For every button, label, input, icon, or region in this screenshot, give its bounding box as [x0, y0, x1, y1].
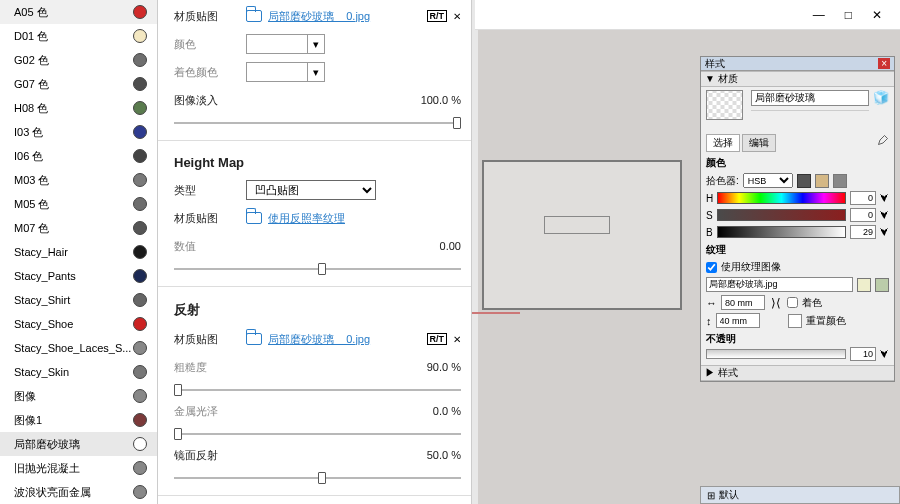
material-swatch [133, 29, 147, 43]
height-map-header: Height Map [174, 155, 461, 170]
folder-icon[interactable] [246, 333, 262, 345]
folder-icon[interactable] [246, 212, 262, 224]
tint-label: 着色颜色 [174, 65, 246, 80]
material-swatch [133, 149, 147, 163]
hue-slider[interactable] [717, 192, 846, 204]
fade-slider[interactable] [174, 116, 461, 130]
texture-preview [706, 90, 743, 120]
reset-color-swatch[interactable] [788, 314, 802, 328]
hm-texture-label: 材质贴图 [174, 211, 246, 226]
material-swatch [133, 341, 147, 355]
material-swatch [133, 293, 147, 307]
material-item[interactable]: Stacy_Skin [0, 360, 157, 384]
pencil-icon[interactable] [877, 134, 889, 146]
material-item[interactable]: 旧抛光混凝土 [0, 456, 157, 480]
material-item[interactable]: Stacy_Hair [0, 240, 157, 264]
material-name-input[interactable] [751, 90, 869, 106]
height-input[interactable] [716, 313, 760, 328]
material-item[interactable]: G02 色 [0, 48, 157, 72]
fade-value: 100.0 % [421, 94, 461, 106]
opacity-input[interactable] [850, 347, 876, 361]
colorize-checkbox[interactable] [787, 297, 798, 308]
sat-label: S [706, 210, 713, 221]
bri-slider[interactable] [717, 226, 846, 238]
material-item[interactable]: G07 色 [0, 72, 157, 96]
rt-badge: R/T [427, 10, 448, 22]
dock-close-icon[interactable]: × [878, 58, 890, 69]
material-swatch [133, 413, 147, 427]
color-dropdown-icon[interactable]: ▾ [307, 34, 325, 54]
material-swatch [133, 461, 147, 475]
opacity-header: 不透明 [706, 332, 889, 346]
remove-texture-icon[interactable]: ✕ [453, 11, 461, 22]
minimize-button[interactable]: — [813, 8, 825, 22]
remove-texture-icon[interactable]: ✕ [453, 334, 461, 345]
bri-label: B [706, 227, 713, 238]
opacity-slider[interactable] [706, 349, 846, 359]
height-type-select[interactable]: 凹凸贴图 [246, 180, 376, 200]
picker-mode-select[interactable]: HSB [743, 173, 793, 188]
mirror-label: 镜面反射 [174, 448, 246, 463]
metal-slider[interactable] [174, 427, 461, 441]
material-item[interactable]: Stacy_Shoe_Laces_S... [0, 336, 157, 360]
sat-input[interactable] [850, 208, 876, 222]
texture-file-link[interactable]: 局部磨砂玻璃__0.jpg [268, 9, 370, 24]
property-panel: 材质贴图 局部磨砂玻璃__0.jpg R/T✕ 颜色 ▾ 着色颜色 ▾ 图像淡入… [158, 0, 472, 504]
material-item[interactable]: M05 色 [0, 192, 157, 216]
reflect-header: 反射 [174, 301, 461, 319]
rough-slider[interactable] [174, 383, 461, 397]
material-item[interactable]: 图像1 [0, 408, 157, 432]
browse-folder-icon[interactable] [857, 278, 871, 292]
material-list: A05 色 D01 色 G02 色 G07 色 H08 色 I03 色 I06 … [0, 0, 158, 504]
reflect-file-link[interactable]: 局部磨砂玻璃__0.jpg [268, 332, 370, 347]
folder-icon[interactable] [246, 10, 262, 22]
material-item-selected[interactable]: 局部磨砂玻璃 [0, 432, 157, 456]
tab-edit[interactable]: 编辑 [742, 134, 776, 152]
material-item[interactable]: 图像 [0, 384, 157, 408]
link-dims-icon[interactable]: ⟩⟨ [771, 296, 781, 310]
material-item[interactable]: D01 色 [0, 24, 157, 48]
material-item[interactable]: Stacy_Shirt [0, 288, 157, 312]
color-swatch[interactable] [246, 34, 308, 54]
hue-input[interactable] [850, 191, 876, 205]
material-swatch [133, 317, 147, 331]
material-item[interactable]: I06 色 [0, 144, 157, 168]
sat-slider[interactable] [717, 209, 846, 221]
material-item[interactable]: A05 色 [0, 0, 157, 24]
material-item[interactable]: M07 色 [0, 216, 157, 240]
model-object[interactable] [482, 160, 682, 310]
mirror-slider[interactable] [174, 471, 461, 485]
material-item[interactable]: H08 色 [0, 96, 157, 120]
material-swatch [133, 197, 147, 211]
tab-select[interactable]: 选择 [706, 134, 740, 152]
material-swatch [133, 53, 147, 67]
qty-slider[interactable] [174, 262, 461, 276]
material-item[interactable]: I03 色 [0, 120, 157, 144]
bri-input[interactable] [850, 225, 876, 239]
create-material-icon[interactable]: 🧊 [873, 90, 889, 105]
material-item[interactable]: M03 色 [0, 168, 157, 192]
rough-value: 90.0 % [427, 361, 461, 373]
bucket-icon[interactable] [815, 174, 829, 188]
tint-dropdown-icon[interactable]: ▾ [307, 62, 325, 82]
close-button[interactable]: ✕ [872, 8, 882, 22]
axis-indicator [472, 312, 520, 314]
texture-file-input[interactable] [706, 277, 853, 292]
material-item[interactable]: 波浪状亮面金属 [0, 480, 157, 504]
width-input[interactable] [721, 295, 765, 310]
rt-badge: R/T [427, 333, 448, 345]
material-item[interactable]: Stacy_Pants [0, 264, 157, 288]
maximize-button[interactable]: □ [845, 8, 852, 22]
eyedropper-icon[interactable] [833, 174, 847, 188]
fg-color-swatch[interactable] [797, 174, 811, 188]
material-item[interactable]: Stacy_Shoe [0, 312, 157, 336]
material-swatch [133, 245, 147, 259]
use-texture-checkbox[interactable] [706, 262, 717, 273]
section-style[interactable]: ▶ 样式 [701, 365, 894, 381]
colorize-label: 着色 [802, 296, 822, 310]
edit-texture-icon[interactable] [875, 278, 889, 292]
tint-swatch[interactable] [246, 62, 308, 82]
use-albedo-link[interactable]: 使用反照率纹理 [268, 211, 345, 226]
use-texture-label: 使用纹理图像 [721, 260, 781, 274]
section-material[interactable]: ▼ 材质 [701, 71, 894, 87]
